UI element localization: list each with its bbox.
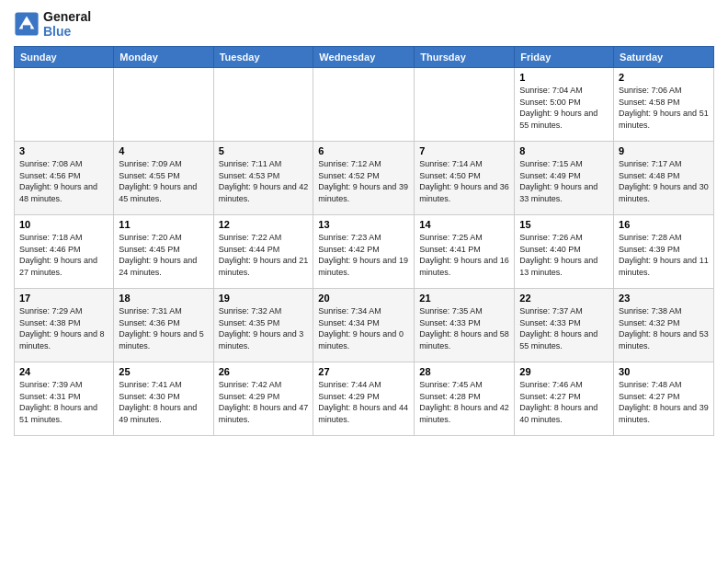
- day-cell: 5Sunrise: 7:11 AM Sunset: 4:53 PM Daylig…: [213, 142, 313, 215]
- day-info: Sunrise: 7:20 AM Sunset: 4:45 PM Dayligh…: [119, 232, 208, 278]
- logo-icon: [14, 11, 40, 37]
- day-info: Sunrise: 7:14 AM Sunset: 4:50 PM Dayligh…: [419, 158, 509, 204]
- day-info: Sunrise: 7:32 AM Sunset: 4:35 PM Dayligh…: [219, 305, 309, 351]
- day-cell: 22Sunrise: 7:37 AM Sunset: 4:33 PM Dayli…: [515, 289, 614, 362]
- day-info: Sunrise: 7:45 AM Sunset: 4:28 PM Dayligh…: [419, 379, 509, 425]
- day-info: Sunrise: 7:44 AM Sunset: 4:29 PM Dayligh…: [318, 379, 409, 425]
- day-number: 7: [419, 145, 509, 156]
- day-cell: 8Sunrise: 7:15 AM Sunset: 4:49 PM Daylig…: [515, 142, 614, 215]
- day-number: 22: [519, 293, 609, 304]
- day-cell: 29Sunrise: 7:46 AM Sunset: 4:27 PM Dayli…: [515, 362, 614, 436]
- day-cell: 25Sunrise: 7:41 AM Sunset: 4:30 PM Dayli…: [114, 362, 213, 436]
- day-number: 15: [519, 219, 609, 230]
- day-cell: 6Sunrise: 7:12 AM Sunset: 4:52 PM Daylig…: [313, 142, 415, 215]
- day-cell: 3Sunrise: 7:08 AM Sunset: 4:56 PM Daylig…: [15, 142, 114, 215]
- day-number: 20: [318, 293, 409, 304]
- day-number: 3: [19, 145, 108, 156]
- day-info: Sunrise: 7:41 AM Sunset: 4:30 PM Dayligh…: [119, 379, 208, 425]
- day-number: 30: [619, 366, 709, 377]
- day-info: Sunrise: 7:12 AM Sunset: 4:52 PM Dayligh…: [318, 158, 409, 204]
- day-cell: [213, 68, 313, 142]
- day-cell: 9Sunrise: 7:17 AM Sunset: 4:48 PM Daylig…: [614, 142, 714, 215]
- day-cell: 23Sunrise: 7:38 AM Sunset: 4:32 PM Dayli…: [614, 289, 714, 362]
- day-number: 14: [419, 219, 509, 230]
- calendar-table: SundayMondayTuesdayWednesdayThursdayFrid…: [14, 46, 714, 436]
- week-row-1: 1Sunrise: 7:04 AM Sunset: 5:00 PM Daylig…: [15, 68, 714, 142]
- day-cell: 4Sunrise: 7:09 AM Sunset: 4:55 PM Daylig…: [114, 142, 213, 215]
- day-number: 8: [519, 145, 609, 156]
- day-number: 23: [619, 293, 709, 304]
- day-cell: [114, 68, 213, 142]
- day-cell: 15Sunrise: 7:26 AM Sunset: 4:40 PM Dayli…: [515, 215, 614, 289]
- day-number: 18: [119, 293, 208, 304]
- day-cell: 24Sunrise: 7:39 AM Sunset: 4:31 PM Dayli…: [15, 362, 114, 436]
- day-number: 10: [19, 219, 108, 230]
- weekday-header-wednesday: Wednesday: [313, 47, 415, 68]
- day-cell: 1Sunrise: 7:04 AM Sunset: 5:00 PM Daylig…: [515, 68, 614, 142]
- weekday-header-saturday: Saturday: [614, 47, 714, 68]
- day-cell: 10Sunrise: 7:18 AM Sunset: 4:46 PM Dayli…: [15, 215, 114, 289]
- day-number: 9: [619, 145, 709, 156]
- week-row-4: 17Sunrise: 7:29 AM Sunset: 4:38 PM Dayli…: [15, 289, 714, 362]
- day-info: Sunrise: 7:26 AM Sunset: 4:40 PM Dayligh…: [519, 232, 609, 278]
- day-cell: 19Sunrise: 7:32 AM Sunset: 4:35 PM Dayli…: [213, 289, 313, 362]
- day-number: 21: [419, 293, 509, 304]
- day-info: Sunrise: 7:22 AM Sunset: 4:44 PM Dayligh…: [219, 232, 309, 278]
- day-number: 29: [519, 366, 609, 377]
- day-number: 6: [318, 145, 409, 156]
- day-info: Sunrise: 7:29 AM Sunset: 4:38 PM Dayligh…: [19, 305, 108, 351]
- day-number: 27: [318, 366, 409, 377]
- weekday-header-thursday: Thursday: [415, 47, 515, 68]
- calendar-container: General Blue SundayMondayTuesdayWednesda…: [0, 0, 728, 563]
- header: General Blue: [14, 9, 714, 39]
- day-cell: [15, 68, 114, 142]
- day-info: Sunrise: 7:08 AM Sunset: 4:56 PM Dayligh…: [19, 158, 108, 204]
- day-info: Sunrise: 7:25 AM Sunset: 4:41 PM Dayligh…: [419, 232, 509, 278]
- svg-rect-2: [23, 25, 30, 30]
- day-info: Sunrise: 7:17 AM Sunset: 4:48 PM Dayligh…: [619, 158, 709, 204]
- logo: General Blue: [14, 9, 91, 39]
- day-info: Sunrise: 7:04 AM Sunset: 5:00 PM Dayligh…: [519, 85, 609, 131]
- day-number: 5: [219, 145, 309, 156]
- weekday-header-monday: Monday: [114, 47, 213, 68]
- day-number: 26: [219, 366, 309, 377]
- day-info: Sunrise: 7:11 AM Sunset: 4:53 PM Dayligh…: [219, 158, 309, 204]
- day-cell: 11Sunrise: 7:20 AM Sunset: 4:45 PM Dayli…: [114, 215, 213, 289]
- day-info: Sunrise: 7:35 AM Sunset: 4:33 PM Dayligh…: [419, 305, 509, 351]
- day-info: Sunrise: 7:28 AM Sunset: 4:39 PM Dayligh…: [619, 232, 709, 278]
- day-cell: 17Sunrise: 7:29 AM Sunset: 4:38 PM Dayli…: [15, 289, 114, 362]
- day-cell: 2Sunrise: 7:06 AM Sunset: 4:58 PM Daylig…: [614, 68, 714, 142]
- day-number: 16: [619, 219, 709, 230]
- day-number: 28: [419, 366, 509, 377]
- day-info: Sunrise: 7:37 AM Sunset: 4:33 PM Dayligh…: [519, 305, 609, 351]
- week-row-3: 10Sunrise: 7:18 AM Sunset: 4:46 PM Dayli…: [15, 215, 714, 289]
- day-cell: 13Sunrise: 7:23 AM Sunset: 4:42 PM Dayli…: [313, 215, 415, 289]
- day-info: Sunrise: 7:46 AM Sunset: 4:27 PM Dayligh…: [519, 379, 609, 425]
- week-row-5: 24Sunrise: 7:39 AM Sunset: 4:31 PM Dayli…: [15, 362, 714, 436]
- day-info: Sunrise: 7:15 AM Sunset: 4:49 PM Dayligh…: [519, 158, 609, 204]
- day-cell: 20Sunrise: 7:34 AM Sunset: 4:34 PM Dayli…: [313, 289, 415, 362]
- week-row-2: 3Sunrise: 7:08 AM Sunset: 4:56 PM Daylig…: [15, 142, 714, 215]
- day-info: Sunrise: 7:06 AM Sunset: 4:58 PM Dayligh…: [619, 85, 709, 131]
- day-number: 24: [19, 366, 108, 377]
- day-info: Sunrise: 7:42 AM Sunset: 4:29 PM Dayligh…: [219, 379, 309, 425]
- day-number: 11: [119, 219, 208, 230]
- day-cell: 18Sunrise: 7:31 AM Sunset: 4:36 PM Dayli…: [114, 289, 213, 362]
- weekday-header-friday: Friday: [515, 47, 614, 68]
- day-info: Sunrise: 7:34 AM Sunset: 4:34 PM Dayligh…: [318, 305, 409, 351]
- day-info: Sunrise: 7:48 AM Sunset: 4:27 PM Dayligh…: [619, 379, 709, 425]
- day-cell: [313, 68, 415, 142]
- day-number: 17: [19, 293, 108, 304]
- day-number: 13: [318, 219, 409, 230]
- day-cell: 14Sunrise: 7:25 AM Sunset: 4:41 PM Dayli…: [415, 215, 515, 289]
- day-info: Sunrise: 7:18 AM Sunset: 4:46 PM Dayligh…: [19, 232, 108, 278]
- day-cell: 7Sunrise: 7:14 AM Sunset: 4:50 PM Daylig…: [415, 142, 515, 215]
- day-number: 12: [219, 219, 309, 230]
- day-info: Sunrise: 7:23 AM Sunset: 4:42 PM Dayligh…: [318, 232, 409, 278]
- logo-text: General Blue: [43, 9, 91, 39]
- weekday-header-tuesday: Tuesday: [213, 47, 313, 68]
- day-cell: [415, 68, 515, 142]
- day-cell: 28Sunrise: 7:45 AM Sunset: 4:28 PM Dayli…: [415, 362, 515, 436]
- day-cell: 30Sunrise: 7:48 AM Sunset: 4:27 PM Dayli…: [614, 362, 714, 436]
- day-cell: 26Sunrise: 7:42 AM Sunset: 4:29 PM Dayli…: [213, 362, 313, 436]
